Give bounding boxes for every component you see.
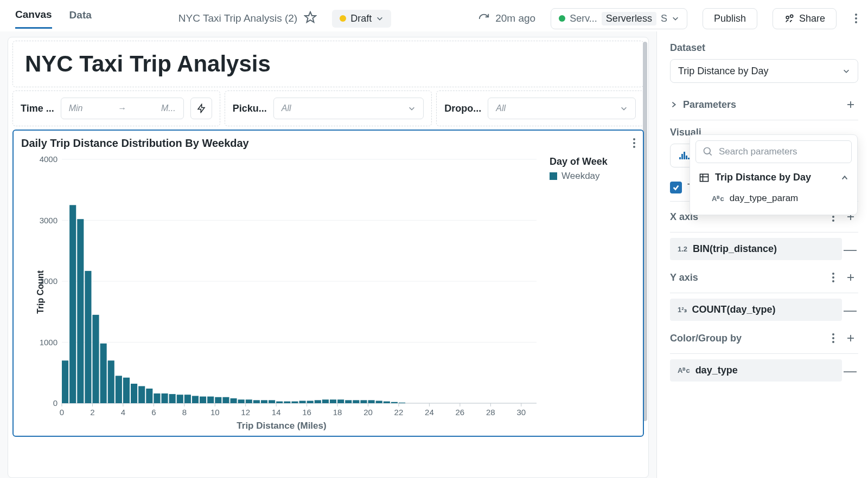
chart-card[interactable]: Daily Trip Distance Distribution By Week… — [12, 130, 644, 437]
legend-swatch-icon — [550, 172, 557, 180]
svg-rect-71 — [246, 399, 252, 403]
parameter-search-placeholder: Search parameters — [719, 146, 797, 157]
svg-text:24: 24 — [425, 408, 434, 417]
color-menu[interactable] — [831, 332, 835, 344]
chevron-down-icon — [408, 105, 416, 112]
parameter-group-label: Trip Distance by Day — [715, 172, 811, 183]
yaxis-field-pill[interactable]: 1²₃ COUNT(day_type) — [670, 299, 842, 321]
parameter-search[interactable]: Search parameters — [695, 140, 852, 163]
svg-rect-94 — [679, 157, 681, 159]
svg-rect-64 — [192, 396, 199, 404]
svg-text:2: 2 — [90, 408, 94, 417]
tab-canvas[interactable]: Canvas — [15, 9, 52, 29]
color-remove[interactable]: — — [842, 363, 858, 378]
svg-marker-0 — [305, 12, 316, 22]
refresh-time[interactable]: 20m ago — [478, 12, 535, 24]
sidebar-color-label: Color/Group by — [670, 333, 742, 344]
svg-rect-87 — [368, 400, 375, 403]
color-add[interactable] — [843, 331, 858, 346]
yaxis-menu[interactable] — [831, 272, 835, 283]
svg-rect-95 — [681, 154, 683, 159]
svg-rect-86 — [360, 400, 367, 403]
status-draft[interactable]: Draft — [332, 10, 391, 28]
svg-text:1000: 1000 — [40, 338, 58, 347]
svg-point-2 — [790, 15, 793, 17]
plus-icon — [846, 333, 856, 343]
svg-rect-54 — [116, 376, 122, 403]
svg-rect-66 — [207, 397, 214, 403]
svg-rect-60 — [161, 393, 168, 403]
svg-rect-68 — [222, 397, 229, 403]
filter-dropoff-select[interactable]: All — [488, 98, 636, 119]
svg-rect-55 — [123, 378, 130, 403]
integer-type-icon: 1²₃ — [678, 306, 687, 314]
svg-rect-48 — [69, 205, 76, 403]
svg-text:18: 18 — [333, 408, 342, 417]
svg-rect-83 — [337, 399, 344, 403]
svg-rect-78 — [299, 401, 306, 404]
add-parameter-button[interactable] — [843, 97, 858, 112]
svg-rect-97 — [686, 156, 687, 159]
svg-text:4000: 4000 — [40, 154, 58, 164]
title-card[interactable]: NYC Taxi Trip Analysis — [12, 41, 644, 87]
svg-text:22: 22 — [394, 408, 404, 417]
svg-rect-74 — [269, 400, 275, 403]
svg-rect-52 — [100, 344, 107, 403]
doc-title[interactable]: NYC Taxi Trip Analysis (2) — [178, 12, 297, 24]
svg-rect-58 — [146, 389, 152, 403]
overflow-menu[interactable] — [852, 11, 860, 25]
sidebar-yaxis-label: Y axis — [670, 272, 698, 283]
publish-button[interactable]: Publish — [703, 8, 757, 29]
search-icon — [703, 146, 713, 157]
title-checkbox[interactable] — [670, 182, 682, 193]
color-field-pill[interactable]: Aᴮc day_type — [670, 359, 842, 382]
star-icon[interactable] — [304, 11, 317, 27]
svg-rect-76 — [284, 402, 290, 403]
filter-time-max: M... — [161, 104, 176, 113]
yaxis-add[interactable] — [843, 270, 858, 285]
cluster-size-chip: Serverless — [602, 12, 656, 25]
filter-time-min: Min — [69, 104, 83, 113]
filter-time-apply[interactable] — [190, 98, 212, 119]
legend-title: Day of Week — [550, 156, 608, 167]
svg-rect-75 — [276, 402, 283, 403]
svg-text:16: 16 — [302, 408, 311, 417]
number-type-icon: 1.2 — [678, 245, 687, 253]
svg-rect-73 — [261, 400, 267, 403]
yaxis-remove[interactable]: — — [842, 302, 858, 318]
legend-item-label: Weekday — [561, 171, 600, 182]
chart-overflow-menu[interactable] — [632, 137, 636, 149]
filter-time-range[interactable]: Min → M... — [61, 98, 184, 119]
legend-item[interactable]: Weekday — [550, 171, 608, 182]
chevron-down-icon — [672, 15, 679, 22]
parameter-item[interactable]: Aᴮc day_type_param — [695, 188, 852, 209]
cluster-selector[interactable]: Serv... Serverless S — [551, 8, 687, 29]
tab-data[interactable]: Data — [69, 9, 92, 28]
svg-text:2000: 2000 — [40, 276, 58, 286]
svg-text:0: 0 — [60, 408, 64, 417]
xaxis-field-label: BIN(trip_distance) — [693, 243, 777, 255]
svg-rect-56 — [131, 384, 137, 403]
svg-text:28: 28 — [486, 408, 495, 417]
xaxis-field-pill[interactable]: 1.2 BIN(trip_distance) — [670, 238, 842, 260]
dataset-select[interactable]: Trip Distance by Day — [670, 59, 858, 83]
color-field-label: day_type — [695, 365, 738, 376]
svg-point-1 — [786, 16, 789, 19]
svg-text:3000: 3000 — [40, 216, 58, 225]
filter-pickup-select[interactable]: All — [273, 98, 424, 119]
svg-rect-62 — [177, 395, 183, 403]
svg-rect-77 — [291, 402, 298, 403]
topbar: Canvas Data NYC Taxi Trip Analysis (2) D… — [0, 0, 868, 31]
svg-rect-67 — [215, 397, 221, 403]
svg-rect-65 — [200, 397, 206, 403]
svg-rect-91 — [399, 403, 405, 403]
sidebar-parameters-label[interactable]: Parameters — [683, 99, 736, 111]
dataset-icon — [699, 172, 710, 183]
svg-rect-59 — [154, 393, 160, 403]
refresh-time-label: 20m ago — [495, 12, 535, 24]
parameter-group-header[interactable]: Trip Distance by Day — [695, 167, 852, 188]
chevron-down-icon — [843, 67, 850, 75]
xaxis-remove[interactable]: — — [842, 242, 858, 257]
plus-icon — [846, 273, 856, 282]
share-button[interactable]: Share — [773, 8, 837, 29]
